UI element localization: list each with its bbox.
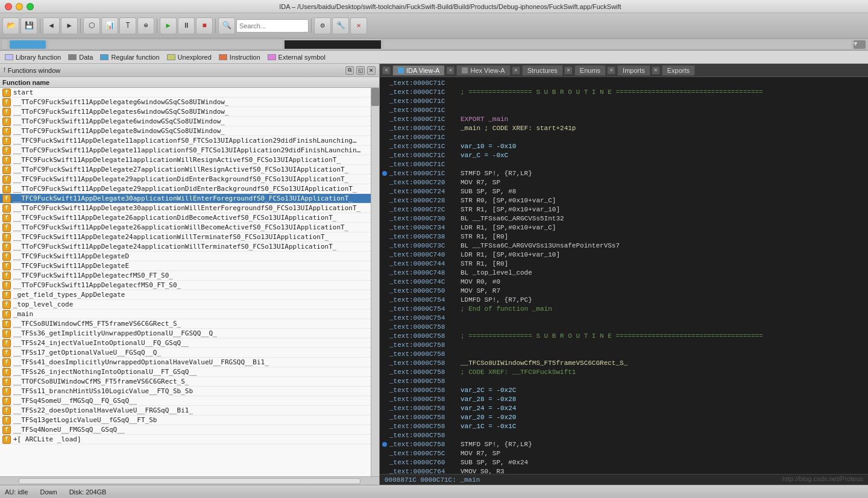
function-list-item[interactable]: f__TFSq4NoneU__FMGSqQ__GSqQ__: [0, 425, 371, 435]
code-line[interactable]: _text:0000C750 MOV SP, R7: [380, 286, 868, 295]
toolbar-btn-xref[interactable]: ⊕: [137, 17, 154, 34]
toolbar-btn-hex[interactable]: ⬡: [83, 17, 100, 34]
code-line[interactable]: _text:0000C748 BL _top_level_code: [380, 268, 868, 277]
function-list-item[interactable]: f__TFC9FuckSwift11AppDelegateE: [0, 261, 371, 271]
function-list-item[interactable]: f__TFSs22_doesOptionalHaveValueU__FRGSqQ…: [0, 406, 371, 416]
code-view[interactable]: _text:0000C71C_text:0000C71C; ==========…: [380, 77, 868, 474]
function-list-item[interactable]: f_top_level_code: [0, 300, 371, 310]
function-list-item[interactable]: f__TFSs11_branchHintUSs10LogicValue__FTQ…: [0, 387, 371, 396]
toolbar-btn-search[interactable]: 🔍: [218, 17, 235, 34]
tab-close-enums[interactable]: ✕: [564, 66, 573, 75]
function-list-item[interactable]: f__TTOFCSo8UIWindowCfMS_FT5frameVS6C6GRe…: [0, 377, 371, 387]
code-line[interactable]: _text:0000C758; ================ S U B R…: [380, 331, 868, 340]
panel-close-btn[interactable]: ✕: [367, 66, 376, 75]
code-line[interactable]: _text:0000C740 LDR R1, [SP,#0x10+var_10]: [380, 250, 868, 259]
function-list-item[interactable]: f+[ ARCLite _load]: [0, 435, 371, 444]
function-list-item[interactable]: f__TFSs36_getImplicitlyUnwrappedOptional…: [0, 329, 371, 338]
function-list-item[interactable]: f__TFSs24_injectValueIntoOptionalU__FQ_G…: [0, 338, 371, 348]
code-line[interactable]: _text:0000C758: [380, 376, 868, 385]
code-line[interactable]: _text:0000C758 STMFD SP!, {R7,LR}: [380, 440, 868, 449]
toolbar-btn-close-x[interactable]: ✕: [350, 17, 367, 34]
function-list-item[interactable]: f_get_field_types_AppDelegate: [0, 290, 371, 300]
toolbar-btn-graph[interactable]: 📊: [101, 17, 118, 34]
tab-ida-view-a[interactable]: IDA View-A: [392, 65, 445, 76]
code-line[interactable]: _text:0000C760 SUB SP, SP, #0x24: [380, 458, 868, 467]
tab-close-imports[interactable]: ✕: [607, 66, 615, 75]
toolbar-btn-open[interactable]: 📂: [2, 17, 19, 34]
function-list-item[interactable]: f__TFSq13getLogicValueU__fGSqQ__FT_Sb: [0, 416, 371, 425]
code-line[interactable]: _text:0000C71C: [380, 160, 868, 169]
function-list-item[interactable]: f__TToFC9FuckSwift11AppDelegate6windowGS…: [0, 117, 371, 126]
code-line[interactable]: _text:0000C754: [380, 313, 868, 322]
function-list-item[interactable]: f__TFC9FuckSwift11AppDelegateD: [0, 252, 371, 261]
code-line[interactable]: _text:0000C744 STR R1, [R0]: [380, 259, 868, 268]
code-line[interactable]: _text:0000C764 VMOV S0, R3: [380, 467, 868, 474]
h-scrollbar[interactable]: [19, 478, 360, 484]
toolbar-search-input[interactable]: [236, 19, 309, 33]
function-list-item[interactable]: f__TToFC9FuckSwift11AppDelegateg6windowG…: [0, 98, 371, 107]
code-line[interactable]: _text:0000C71C: [380, 78, 868, 87]
tab-hex-view-a[interactable]: Hex View-A: [456, 65, 510, 76]
function-list-item[interactable]: f__TToFC9FuckSwift11AppDelegate24applica…: [0, 242, 371, 252]
code-line[interactable]: _text:0000C758var_1C = -0x1C: [380, 422, 868, 431]
code-line[interactable]: _text:0000C758var_28 = -0x28: [380, 394, 868, 403]
toolbar-btn-step[interactable]: ⏸: [178, 17, 195, 34]
function-list-item[interactable]: f__TToFC9FuckSwift11AppDelegate30applica…: [0, 204, 371, 213]
nav-scrollbar-btn[interactable]: ▼: [854, 40, 866, 49]
code-line[interactable]: _text:0000C71C: [380, 96, 868, 105]
code-line[interactable]: _text:0000C758: [380, 349, 868, 358]
code-line[interactable]: _text:0000C758: [380, 431, 868, 440]
toolbar-btn-plugins[interactable]: 🔧: [332, 17, 349, 34]
function-list-item[interactable]: f__TFCSo8UIWindowCfMS_FT5frameVS6C6GRect…: [0, 319, 371, 329]
function-list-item[interactable]: f__TFC9FuckSwift11AppDelegate11applicati…: [0, 155, 371, 165]
function-list-item[interactable]: f__TFSs26_injectNothingIntoOptionalU__FT…: [0, 367, 371, 377]
code-line[interactable]: _text:0000C71C: [380, 132, 868, 142]
function-list-item[interactable]: f__TToFC9FuckSwift11AppDelegate27applica…: [0, 165, 371, 175]
code-line[interactable]: _text:0000C71C: [380, 105, 868, 114]
code-line[interactable]: _text:0000C71C_main ; CODE XREF: start+2…: [380, 123, 868, 132]
tab-close-hex[interactable]: ✕: [446, 66, 454, 75]
code-line[interactable]: _text:0000C758var_20 = -0x20: [380, 412, 868, 422]
panel-restore-btn[interactable]: ⧉: [345, 66, 354, 75]
code-line[interactable]: _text:0000C754 LDMFD SP!, {R7,PC}: [380, 295, 868, 304]
function-list-item[interactable]: f__TToFC9FuckSwift11AppDelegatecfMS0_FT_…: [0, 281, 371, 290]
code-line[interactable]: _text:0000C758var_2C = -0x2C: [380, 385, 868, 394]
code-line[interactable]: _text:0000C758__TFCSo8UIWindowCfMS_FT5fr…: [380, 358, 868, 367]
tab-imports[interactable]: Imports: [617, 65, 650, 76]
function-list-item[interactable]: f__TToFC9FuckSwift11AppDelegate8windowGS…: [0, 126, 371, 136]
function-list-item[interactable]: f__TFC9FuckSwift11AppDelegate11applicati…: [0, 136, 371, 146]
tab-close-exports[interactable]: ✕: [652, 66, 660, 75]
tab-close-structs[interactable]: ✕: [512, 66, 520, 75]
function-list[interactable]: fstartf__TToFC9FuckSwift11AppDelegateg6w…: [0, 88, 371, 476]
function-list-item[interactable]: f__TFSs41_doesImplicitlyUnwrappedOptiona…: [0, 358, 371, 367]
code-line[interactable]: _text:0000C71Cvar_10 = -0x10: [380, 142, 868, 151]
function-list-item[interactable]: f__TFC9FuckSwift11AppDelegate26applicati…: [0, 213, 371, 223]
code-line[interactable]: _text:0000C73C BL __TFSsa6C_ARGVGVSs13Un…: [380, 241, 868, 250]
function-list-item[interactable]: f__TFC9FuckSwift11AppDelegatecfMS0_FT_S0…: [0, 271, 371, 281]
code-line[interactable]: _text:0000C724 SUB SP, SP, #8: [380, 187, 868, 196]
function-list-item[interactable]: f_main: [0, 310, 371, 319]
toolbar-btn-stop[interactable]: ■: [196, 17, 213, 34]
code-line[interactable]: _text:0000C758: [380, 322, 868, 331]
code-line[interactable]: _text:0000C720 MOV R7, SP: [380, 178, 868, 187]
function-list-item[interactable]: f__TToFC9FuckSwift11AppDelegate11applica…: [0, 146, 371, 155]
function-list-item[interactable]: f__TToFC9FuckSwift11AppDelegate29applica…: [0, 184, 371, 194]
code-line[interactable]: _text:0000C72C STR R1, [SP,#0x10+var_10]: [380, 205, 868, 214]
function-list-item[interactable]: fstart: [0, 88, 371, 98]
tab-structures[interactable]: Structures: [522, 65, 563, 76]
code-line[interactable]: _text:0000C754; End of function _main: [380, 304, 868, 313]
code-line[interactable]: _text:0000C75C MOV R7, SP: [380, 449, 868, 458]
function-list-item[interactable]: f__TFSs17_getOptionalValueU__FGSqQ__Q_: [0, 348, 371, 358]
toolbar-btn-run[interactable]: ▶: [160, 17, 177, 34]
panel-float-btn[interactable]: ◱: [356, 66, 365, 75]
code-line[interactable]: _text:0000C758var_24 = -0x24: [380, 403, 868, 412]
func-list-scrollbar[interactable]: [371, 88, 379, 476]
code-line[interactable]: _text:0000C71Cvar_C = -0xC: [380, 151, 868, 160]
maximize-button[interactable]: [27, 3, 34, 10]
code-line[interactable]: _text:0000C728 STR R0, [SP,#0x10+var_C]: [380, 196, 868, 205]
code-line[interactable]: _text:0000C758 ; CODE XREF: __TFC9FuckSw…: [380, 367, 868, 376]
tab-exports[interactable]: Exports: [662, 65, 695, 76]
minimize-button[interactable]: [16, 3, 23, 10]
code-line[interactable]: _text:0000C738 STR R1, [R0]: [380, 232, 868, 241]
toolbar-btn-text[interactable]: T: [119, 17, 136, 34]
